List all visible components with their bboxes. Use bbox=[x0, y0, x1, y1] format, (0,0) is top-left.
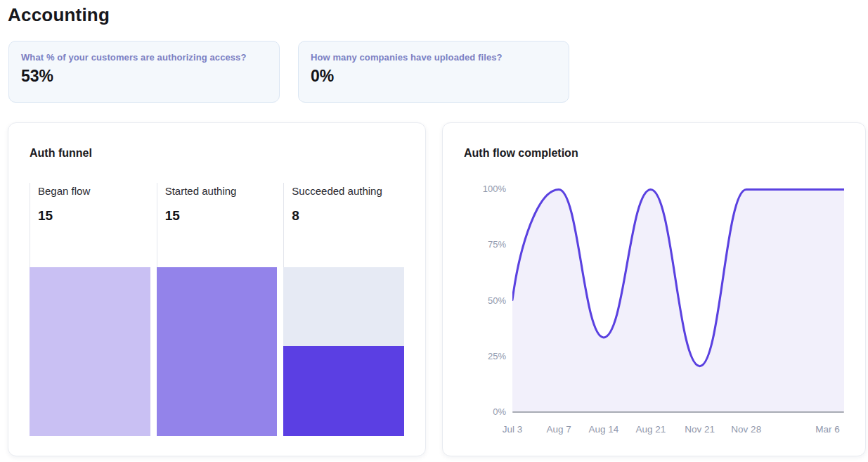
funnel-bar bbox=[283, 346, 404, 436]
stat-card-authorizing-access: What % of your customers are authorizing… bbox=[8, 41, 280, 103]
x-axis-line bbox=[512, 411, 844, 413]
auth-flow-completion-title: Auth flow completion bbox=[464, 147, 844, 160]
stat-question: How many companies have uploaded files? bbox=[311, 52, 557, 63]
funnel-column-head: Began flow15 bbox=[30, 183, 150, 267]
funnel-step-value: 15 bbox=[38, 208, 150, 224]
x-tick-label: Nov 21 bbox=[685, 424, 715, 435]
x-tick-label: Mar 6 bbox=[815, 424, 840, 435]
page-title: Accounting bbox=[8, 4, 868, 26]
y-tick-label: 25% bbox=[488, 350, 506, 361]
funnel-bar-track bbox=[30, 267, 150, 436]
x-axis-ticks: Jul 3Aug 7Aug 14Aug 21Nov 21Nov 28Mar 6 bbox=[512, 424, 844, 437]
stat-question: What % of your customers are authorizing… bbox=[21, 52, 267, 63]
y-tick-label: 100% bbox=[483, 184, 506, 194]
funnel-step-label: Began flow bbox=[38, 184, 150, 198]
funnel-step-value: 8 bbox=[292, 208, 404, 224]
funnel-column-head: Started authing15 bbox=[157, 183, 278, 267]
stat-cards-row: What % of your customers are authorizing… bbox=[8, 41, 868, 103]
funnel-bar-track bbox=[283, 267, 404, 436]
y-tick-label: 75% bbox=[488, 239, 506, 250]
funnel-column: Succeeded authing8 bbox=[283, 183, 404, 436]
auth-flow-completion-chart: 100%75%50%25%0% Jul 3Aug 7Aug 14Aug 21No… bbox=[464, 188, 844, 437]
stat-value: 0% bbox=[311, 67, 557, 86]
funnel-column-head: Succeeded authing8 bbox=[283, 183, 404, 267]
x-tick-label: Aug 14 bbox=[588, 424, 618, 435]
stat-card-uploaded-files: How many companies have uploaded files? … bbox=[298, 41, 569, 103]
funnel-step-label: Started authing bbox=[165, 184, 278, 198]
x-tick-label: Aug 7 bbox=[546, 424, 571, 435]
auth-flow-completion-card: Auth flow completion 100%75%50%25%0% Jul… bbox=[442, 122, 866, 456]
x-tick-label: Nov 28 bbox=[731, 424, 761, 435]
funnel-bar bbox=[157, 267, 278, 436]
auth-funnel-card: Auth funnel Began flow15Started authing1… bbox=[8, 122, 426, 456]
stat-value: 53% bbox=[21, 67, 267, 86]
y-tick-label: 50% bbox=[488, 295, 506, 305]
funnel-step-label: Succeeded authing bbox=[292, 184, 404, 198]
funnel-column: Started authing15 bbox=[157, 183, 278, 436]
y-axis-ticks: 100%75%50%25%0% bbox=[464, 188, 506, 413]
auth-funnel-chart: Began flow15Started authing15Succeeded a… bbox=[30, 183, 404, 436]
x-tick-label: Aug 21 bbox=[635, 424, 666, 435]
plot-column: Jul 3Aug 7Aug 14Aug 21Nov 21Nov 28Mar 6 bbox=[512, 188, 844, 437]
charts-row: Auth funnel Began flow15Started authing1… bbox=[8, 122, 868, 456]
x-tick-label: Jul 3 bbox=[503, 424, 523, 435]
funnel-column: Began flow15 bbox=[30, 183, 150, 436]
funnel-bar bbox=[30, 267, 150, 436]
funnel-step-value: 15 bbox=[165, 208, 278, 224]
area-plot bbox=[512, 188, 844, 411]
y-tick-label: 0% bbox=[493, 406, 506, 417]
auth-funnel-title: Auth funnel bbox=[30, 147, 404, 160]
funnel-bar-track bbox=[157, 267, 278, 436]
